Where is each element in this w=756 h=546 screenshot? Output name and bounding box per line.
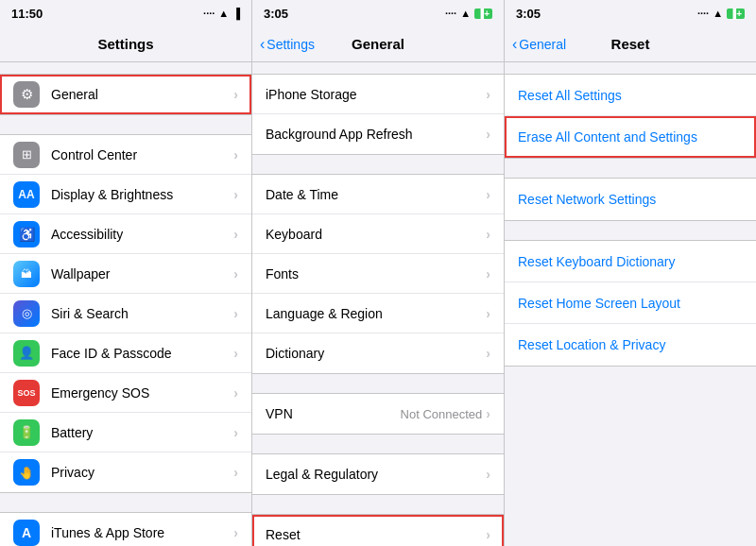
general-item-vpn[interactable]: VPN Not Connected › — [252, 394, 504, 434]
settings-nav-title: Settings — [97, 36, 153, 52]
settings-group-store: A iTunes & App Store › 💳 Wallet & Apple … — [0, 512, 251, 546]
keyboard-label: Keyboard — [266, 227, 486, 242]
erase-all-label: Erase All Content and Settings — [518, 129, 743, 145]
dots-icon-2: ···· — [445, 8, 456, 19]
settings-item-siri[interactable]: ◎ Siri & Search › — [0, 294, 251, 333]
privacy-icon: 🤚 — [13, 459, 40, 486]
settings-item-battery[interactable]: 🔋 Battery › — [0, 413, 251, 452]
reset-all-settings-label: Reset All Settings — [518, 88, 743, 103]
faceid-icon: 👤 — [13, 340, 40, 367]
reset-item-all-settings[interactable]: Reset All Settings — [505, 75, 756, 116]
vpn-label: VPN — [266, 406, 401, 421]
general-icon: ⚙ — [13, 81, 40, 108]
back-chevron-general: ‹ — [260, 36, 265, 53]
siri-label: Siri & Search — [51, 306, 233, 321]
fonts-label: Fonts — [266, 266, 486, 282]
display-icon: AA — [13, 181, 40, 208]
reset-item-location[interactable]: Reset Location & Privacy — [505, 324, 756, 366]
general-item-iphone-storage[interactable]: iPhone Storage › — [252, 75, 504, 114]
language-label: Language & Region — [266, 306, 486, 321]
battery-icon: ▐ — [232, 8, 240, 19]
general-group-reset: Reset › — [252, 514, 504, 546]
reset-group-misc: Reset Keyboard Dictionary Reset Home Scr… — [505, 240, 756, 367]
general-item-date-time[interactable]: Date & Time › — [252, 175, 504, 214]
general-back-btn[interactable]: ‹ Settings — [260, 36, 315, 53]
reset-item-network[interactable]: Reset Network Settings — [505, 179, 756, 220]
status-icons-general: ···· ▲ ▐+ — [445, 8, 492, 19]
reset-list: Reset All Settings Erase All Content and… — [505, 62, 756, 546]
reset-panel: 3:05 ···· ▲ ▐+ ‹ General Reset Reset All… — [505, 0, 756, 546]
back-chevron-reset: ‹ — [512, 36, 517, 53]
back-label-reset: General — [519, 37, 566, 52]
reset-group-network: Reset Network Settings — [505, 178, 756, 221]
legal-label: Legal & Regulatory — [266, 467, 486, 482]
control-center-icon: ⊞ — [13, 142, 40, 168]
general-item-reset[interactable]: Reset › — [252, 515, 504, 546]
accessibility-label: Accessibility — [51, 227, 233, 242]
battery-label: Battery — [51, 425, 233, 440]
control-center-label: Control Center — [51, 147, 233, 162]
bg-refresh-label: Background App Refresh — [266, 127, 486, 142]
settings-item-display[interactable]: AA Display & Brightness › — [0, 175, 251, 214]
accessibility-icon: ♿ — [13, 221, 40, 247]
settings-item-privacy[interactable]: 🤚 Privacy › — [0, 452, 251, 492]
settings-item-wallpaper[interactable]: 🏔 Wallpaper › — [0, 254, 251, 294]
reset-item-keyboard[interactable]: Reset Keyboard Dictionary — [505, 241, 756, 282]
settings-group-main: ⊞ Control Center › AA Display & Brightne… — [0, 134, 251, 493]
nav-bar-settings: Settings — [0, 26, 251, 62]
reset-back-btn[interactable]: ‹ General — [512, 36, 566, 53]
general-panel: 3:05 ···· ▲ ▐+ ‹ Settings General iPhone… — [252, 0, 505, 546]
reset-nav-title: Reset — [611, 36, 650, 52]
reset-keyboard-label: Reset Keyboard Dictionary — [518, 254, 743, 269]
wifi-icon: ▲ — [218, 8, 229, 19]
display-label: Display & Brightness — [51, 187, 233, 202]
general-item-bg-refresh[interactable]: Background App Refresh › — [252, 114, 504, 154]
settings-item-general[interactable]: ⚙ General › — [0, 75, 251, 114]
reset-home-label: Reset Home Screen Layout — [518, 296, 743, 311]
faceid-label: Face ID & Passcode — [51, 346, 233, 361]
general-nav-title: General — [352, 36, 404, 52]
general-label: General — [51, 87, 233, 102]
time-settings: 11:50 — [11, 7, 43, 21]
iphone-storage-label: iPhone Storage — [266, 87, 486, 102]
general-item-language[interactable]: Language & Region › — [252, 294, 504, 333]
reset-group-main: Reset All Settings Erase All Content and… — [505, 74, 756, 159]
battery-list-icon: 🔋 — [13, 419, 40, 446]
settings-group-general: ⚙ General › — [0, 74, 251, 115]
back-label-general: Settings — [266, 37, 315, 52]
settings-list: ⚙ General › ⊞ Control Center › AA — [0, 62, 251, 546]
vpn-value: Not Connected — [401, 407, 483, 421]
settings-item-accessibility[interactable]: ♿ Accessibility › — [0, 214, 251, 254]
siri-icon: ◎ — [13, 300, 40, 327]
general-item-dictionary[interactable]: Dictionary › — [252, 333, 504, 373]
general-group-date: Date & Time › Keyboard › Fonts › Languag… — [252, 174, 504, 374]
reset-location-label: Reset Location & Privacy — [518, 337, 743, 352]
status-icons-reset: ···· ▲ ▐+ — [697, 8, 745, 19]
general-item-keyboard[interactable]: Keyboard › — [252, 214, 504, 254]
itunes-label: iTunes & App Store — [51, 525, 233, 540]
dots-icon: ···· — [203, 8, 215, 19]
time-general: 3:05 — [264, 7, 288, 21]
reset-item-erase-all[interactable]: Erase All Content and Settings — [505, 116, 756, 158]
wallpaper-label: Wallpaper — [51, 266, 233, 282]
status-bar-general: 3:05 ···· ▲ ▐+ — [252, 0, 504, 26]
general-chevron: › — [233, 87, 238, 102]
settings-item-sos[interactable]: SOS Emergency SOS › — [0, 373, 251, 413]
wallpaper-icon: 🏔 — [13, 261, 40, 287]
reset-item-home-screen[interactable]: Reset Home Screen Layout — [505, 282, 756, 324]
reset-network-label: Reset Network Settings — [518, 192, 743, 207]
general-item-fonts[interactable]: Fonts › — [252, 254, 504, 294]
settings-item-itunes[interactable]: A iTunes & App Store › — [0, 513, 251, 546]
general-list: iPhone Storage › Background App Refresh … — [252, 62, 504, 546]
nav-bar-general: ‹ Settings General — [252, 26, 504, 62]
wifi-icon-3: ▲ — [713, 8, 723, 19]
reset-label: Reset — [266, 527, 486, 542]
sos-label: Emergency SOS — [51, 385, 233, 401]
wifi-icon-2: ▲ — [460, 8, 471, 19]
general-item-legal[interactable]: Legal & Regulatory › — [252, 454, 504, 494]
settings-item-control-center[interactable]: ⊞ Control Center › — [0, 135, 251, 175]
settings-panel: 11:50 ···· ▲ ▐ Settings ⚙ General › — [0, 0, 252, 546]
general-group-storage: iPhone Storage › Background App Refresh … — [252, 74, 504, 155]
sos-icon: SOS — [13, 380, 40, 406]
settings-item-faceid[interactable]: 👤 Face ID & Passcode › — [0, 333, 251, 373]
